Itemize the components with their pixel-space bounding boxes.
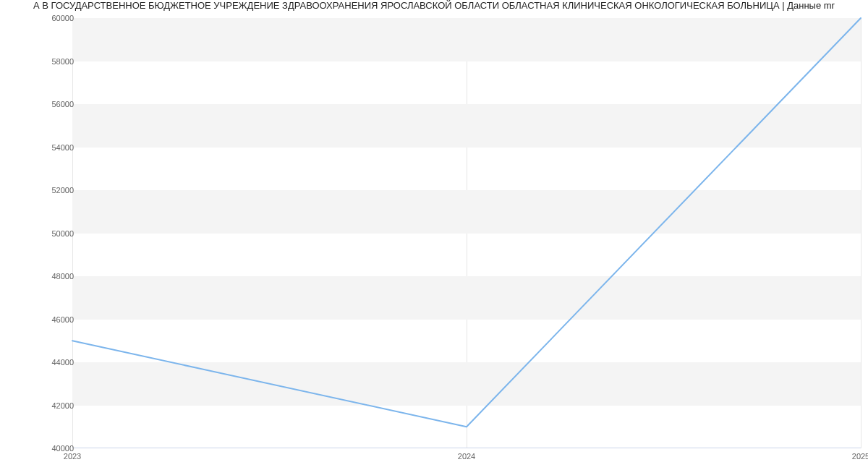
y-tick-label: 56000 bbox=[30, 100, 74, 108]
grid-line-vertical bbox=[861, 18, 861, 448]
line-series bbox=[72, 18, 861, 448]
chart-title: А В ГОСУДАРСТВЕННОЕ БЮДЖЕТНОЕ УЧРЕЖДЕНИЕ… bbox=[0, 0, 868, 14]
x-tick-label: 2023 bbox=[64, 452, 81, 461]
y-tick-label: 52000 bbox=[30, 186, 74, 195]
plot-area bbox=[72, 18, 861, 448]
y-tick-label: 46000 bbox=[30, 315, 74, 324]
y-tick-label: 44000 bbox=[30, 358, 74, 367]
x-tick-label: 2025 bbox=[852, 452, 868, 461]
y-tick-label: 50000 bbox=[30, 229, 74, 238]
y-tick-label: 54000 bbox=[30, 143, 74, 152]
x-axis-line bbox=[72, 448, 861, 448]
x-tick-label: 2024 bbox=[458, 452, 475, 461]
chart-container: А В ГОСУДАРСТВЕННОЕ БЮДЖЕТНОЕ УЧРЕЖДЕНИЕ… bbox=[0, 0, 868, 470]
y-tick-label: 58000 bbox=[30, 57, 74, 66]
y-tick-label: 42000 bbox=[30, 401, 74, 410]
y-tick-label: 48000 bbox=[30, 272, 74, 281]
y-tick-label: 60000 bbox=[30, 14, 74, 22]
